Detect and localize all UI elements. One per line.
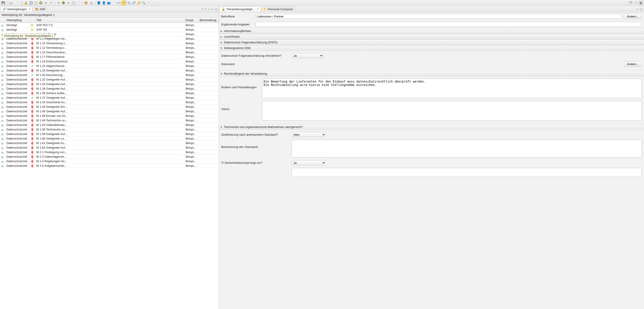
collapse-icon[interactable]: ⤡ [204, 7, 208, 11]
col-desc[interactable]: Beschreibung [198, 18, 219, 23]
maximize-icon[interactable]: ▢ [640, 7, 643, 11]
expand-icon[interactable]: ⤢ [201, 7, 204, 11]
check-icon[interactable]: ✔ [66, 1, 71, 5]
palette-icon[interactable]: 🎨 [84, 1, 88, 5]
note-icon[interactable]: ✎ [122, 1, 126, 5]
book2-icon[interactable]: 📘 [96, 1, 101, 5]
itsec-select[interactable]: Ja [292, 160, 326, 165]
table-row[interactable]: DatenschutzzielM 1.17 PförtnerdienstBeis… [0, 55, 219, 59]
dokument-change-button[interactable]: Ändern... [624, 61, 642, 67]
book-icon[interactable]: 📖 [8, 1, 13, 5]
close-icon[interactable]: ✕ [28, 8, 30, 11]
minimize-icon[interactable]: ▭ [636, 7, 639, 11]
clipboard-icon[interactable]: 📋 [71, 1, 76, 5]
table-row[interactable]: DatenschutzzielM 1.30 Absicherung...Beis… [0, 73, 219, 77]
table-row[interactable]: DatenschutzzielM 1.15 Geschlossene...Bei… [0, 50, 219, 55]
target-icon[interactable]: ◎ [89, 1, 94, 5]
perspective-icon[interactable]: 🗔 [628, 1, 633, 5]
redo-icon[interactable]: ↷ [152, 1, 156, 5]
table-row[interactable]: DatenschutzzielM 1.45 Geeignete Auf...Be… [0, 109, 219, 114]
table-row[interactable]: DatenschutzzielM 1.58 Technische un...Be… [0, 127, 219, 132]
table-row[interactable]: DatenschutzzielM 1.10 Verwendung v...Bei… [0, 41, 219, 46]
close-icon[interactable]: ✕ [257, 8, 259, 11]
col-ticon[interactable] [30, 18, 35, 23]
pen-icon[interactable]: ✎ [56, 1, 61, 5]
table-row[interactable]: DatenschutzzielM 2.3 Datenträgerver...Be… [0, 155, 219, 159]
table-row[interactable]: DatenschutzzielM 1.63 Geeignete Auf...Be… [0, 145, 219, 150]
row-link: Datenschutzziel [5, 118, 30, 122]
save-icon[interactable]: 💾 [1, 1, 6, 5]
table-row[interactable]: DatenschutzzielM 1.59 Geeignete Auf...Be… [0, 132, 219, 136]
table-row[interactable]: DatenschutzzielM 1.61 Geeignete Au...Bei… [0, 141, 219, 145]
table-row[interactable]: DatenschutzzielM 1.33 Geeignete Auf...Be… [0, 82, 219, 86]
section-loeschfristen[interactable]: ▸ Löschfristen [219, 34, 644, 40]
refresh-icon[interactable]: 🔄 [28, 1, 33, 5]
table-row[interactable]: DatenschutzzielM 1.32 Geeignete Auf...Be… [0, 77, 219, 82]
list-icon[interactable]: 📋 [34, 1, 38, 5]
doc-icon[interactable]: 📄 [112, 1, 116, 5]
section-informationspflichten[interactable]: ▸ Informationspflichten [219, 28, 644, 34]
ergaenzende-input[interactable] [255, 22, 642, 27]
table-row[interactable]: DatenschutzzielM 2.1 Festlegung von...Be… [0, 150, 219, 155]
tab-personal-computer[interactable]: 📁 Personal Computer [261, 7, 295, 12]
table-row[interactable]: DatenschutzzielM 1.46 Einsatz von Di...B… [0, 114, 219, 118]
table-row[interactable]: DatenschutzzielM 1.23 Abgeschlosse...Bei… [0, 64, 219, 68]
grid-icon[interactable]: ▦ [638, 1, 643, 5]
table-row[interactable]: benötigtSAP R/3 7.0Beispi... [0, 23, 219, 28]
search-icon[interactable]: 🔍 [142, 1, 146, 5]
col-scope[interactable]: Scope [184, 18, 198, 23]
table-row[interactable]: DatenschutzzielM 1.44 Geeignete Ein...Be… [0, 105, 219, 109]
paste-icon[interactable]: 📑 [18, 1, 23, 5]
table-row[interactable]: DatenschutzzielM 1.60 Geeignete La...Bei… [0, 136, 219, 141]
section-tom[interactable]: ▾ Technische und organisatorische Maßnah… [219, 124, 644, 130]
betroffene-input[interactable] [255, 14, 622, 19]
table-row[interactable]: DatenschutzzielM 1.19 EinbruchsschutzBei… [0, 59, 219, 64]
user-icon[interactable]: 👤 [102, 1, 106, 5]
risiken-textarea[interactable]: Die Bewertung der Lieferanten für den Ei… [262, 79, 642, 98]
table-row[interactable]: DatenschutzzielM 1.49 Technische un...Be… [0, 118, 219, 123]
section-rechtmaessigkeit[interactable]: ▾ Rechtmäßigkeit der Verarbeitung [219, 71, 644, 77]
table-row[interactable]: DatenschutzzielM 1.53 Videoüberwac...Bei… [0, 123, 219, 127]
code-icon[interactable]: </> [116, 1, 121, 5]
page-icon[interactable]: 📄 [76, 1, 81, 5]
attach-icon[interactable]: 📎 [126, 1, 131, 5]
dsfa-required-select[interactable]: Ja [292, 53, 323, 58]
col-icon[interactable] [0, 18, 5, 23]
menu-icon[interactable]: ▿ [208, 7, 210, 11]
table-row[interactable]: DatenschutzzielM 1.37 Geeignete Auf...Be… [0, 96, 219, 100]
link-icon[interactable]: 🔗 [132, 1, 136, 5]
percent-icon[interactable]: ％ [44, 1, 48, 5]
table-row[interactable]: DatenschutzzielM 1.12 Vermeidung v...Bei… [0, 46, 219, 50]
table-row[interactable]: DatenschutzzielM 1.34 Geeignete Auf...Be… [0, 86, 219, 91]
shield-ok-icon[interactable]: 🛡 [634, 1, 638, 5]
table-row[interactable]: DatenschutzzielM 1.36 Sichere Aufbe...Be… [0, 91, 219, 96]
section-stellungnahme[interactable]: ▾ Stellungnahme DSB [219, 45, 644, 51]
maximize-icon[interactable]: ▢ [214, 7, 218, 11]
table-row[interactable]: DatenschutzzielM 2.5 Aufgabenvertei...Be… [0, 164, 219, 168]
table-row[interactable]: DatenschutzzielM 1.29 Geeignete Auf...Be… [0, 68, 219, 73]
key-icon[interactable]: 🔑 [136, 1, 141, 5]
cycle-icon[interactable]: ♻️ [38, 1, 43, 5]
copy-icon[interactable]: 📄 [14, 1, 18, 5]
tree-icon[interactable]: 🌳 [61, 1, 66, 5]
row-desc [198, 25, 219, 26]
itsec-textarea[interactable] [292, 168, 642, 177]
betroffene-change-button[interactable]: Ändern... [624, 14, 642, 19]
table-row[interactable]: DatenschutzzielM 2.4 Regelungen für...Be… [0, 159, 219, 164]
lock-icon[interactable]: 🔒 [24, 1, 28, 5]
minimize-icon[interactable]: ▭ [211, 7, 214, 11]
col-link[interactable]: Verknüpfung [5, 18, 30, 23]
votum-textarea[interactable] [262, 101, 642, 120]
table-row[interactable]: DatenschutzzielM 1.43 Gesicherte Au...Be… [0, 100, 219, 105]
undo-icon[interactable]: ↶ [146, 1, 151, 5]
bez-textarea[interactable] [292, 140, 642, 157]
section-dsfa[interactable]: ▸ Datenschutz-Folgenabschätzung (DSFA) [219, 40, 644, 45]
table-row[interactable]: benötigtSAP SDBeispi... [0, 28, 219, 32]
users-icon[interactable]: 👥 [106, 1, 111, 5]
tab-ism[interactable]: 🎨 ISM [33, 7, 47, 12]
export-icon[interactable]: ↗ [48, 1, 53, 5]
zert-select[interactable]: Nein [292, 132, 326, 137]
tab-verknuepfungen[interactable]: 🔗 Verknüpfungen ✕ [0, 7, 33, 12]
tab-verarbeitungstaetigkeit[interactable]: 🔒 *Verarbeitungstätigk... ✕ [220, 7, 261, 12]
col-title[interactable]: Titel [35, 18, 184, 23]
